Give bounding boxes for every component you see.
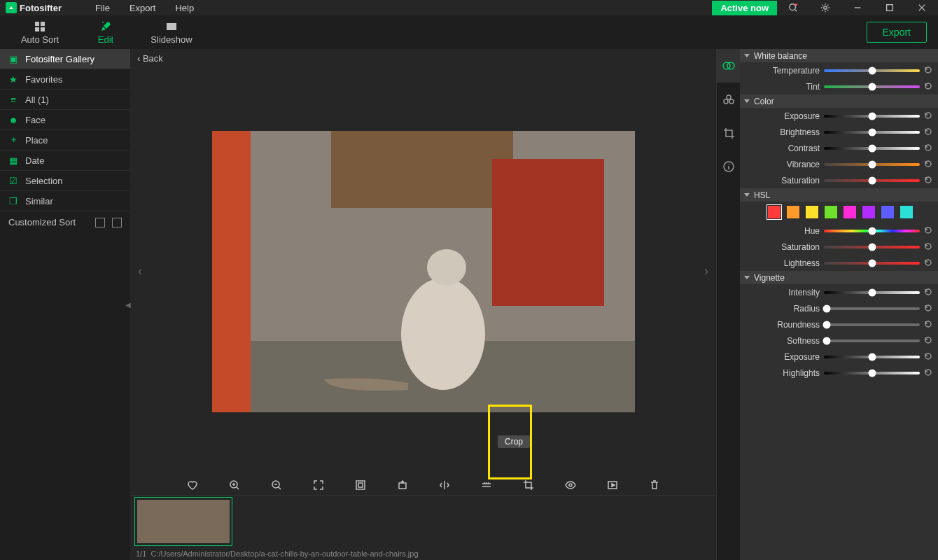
hsl-swatch[interactable]: [900, 206, 913, 218]
contrast-slider[interactable]: [824, 147, 920, 150]
reset-icon[interactable]: [924, 176, 934, 186]
reset-icon[interactable]: [924, 226, 934, 236]
exposure-slider[interactable]: [824, 115, 920, 118]
temperature-slider[interactable]: [824, 69, 920, 72]
new-folder-icon[interactable]: [95, 218, 105, 227]
hsl-saturation-slider[interactable]: [824, 246, 920, 248]
export-button[interactable]: Export: [867, 22, 927, 43]
reset-icon[interactable]: [924, 144, 934, 153]
reset-icon[interactable]: [924, 320, 934, 330]
reset-icon[interactable]: [924, 82, 934, 92]
highlights-slider[interactable]: [824, 372, 920, 374]
flip-button[interactable]: [438, 478, 451, 492]
reset-icon[interactable]: [924, 242, 934, 252]
straighten-button[interactable]: [479, 478, 493, 492]
custom-sort-label: Customized Sort: [8, 217, 76, 227]
svg-rect-5: [41, 22, 45, 26]
preview-button[interactable]: [564, 478, 578, 492]
radius-slider[interactable]: [824, 307, 920, 310]
reset-icon[interactable]: [924, 111, 934, 121]
hsl-swatch[interactable]: [844, 206, 856, 218]
menu-export[interactable]: Export: [130, 3, 156, 13]
hsl-swatches: [740, 202, 938, 223]
lightness-slider[interactable]: [824, 262, 920, 265]
tab-label: Slideshow: [150, 34, 192, 45]
svg-rect-20: [356, 481, 365, 489]
sidebar-item-selection[interactable]: ☑Selection: [0, 171, 130, 191]
reset-icon[interactable]: [924, 258, 934, 268]
reset-icon[interactable]: [924, 288, 934, 298]
sidebar-item-place[interactable]: ⌖Place: [0, 130, 130, 150]
hsl-swatch[interactable]: [806, 206, 818, 218]
sidebar-item-all[interactable]: ≡All (1): [0, 90, 130, 110]
reset-icon[interactable]: [924, 160, 934, 169]
saturation-slider[interactable]: [824, 179, 920, 182]
reset-icon[interactable]: [924, 368, 934, 378]
next-photo-button[interactable]: ›: [699, 261, 713, 282]
sidebar-item-gallery[interactable]: ▣Fotosifter Gallery: [0, 49, 130, 69]
intensity-slider[interactable]: [824, 291, 920, 294]
vtab-adjust[interactable]: [717, 49, 740, 83]
group-white-balance[interactable]: White balance: [740, 49, 938, 62]
reset-icon[interactable]: [924, 336, 934, 346]
active-now-badge[interactable]: Active now: [712, 1, 777, 15]
gear-icon[interactable]: [809, 0, 841, 15]
tint-slider[interactable]: [824, 85, 920, 88]
group-hsl[interactable]: HSL: [740, 188, 938, 202]
hsl-swatch[interactable]: [862, 206, 875, 218]
play-slideshow-button[interactable]: [606, 478, 620, 492]
tab-auto-sort[interactable]: Auto Sort: [7, 20, 73, 45]
hsl-swatch[interactable]: [881, 206, 894, 218]
crop-button[interactable]: [522, 478, 536, 492]
svg-rect-14: [212, 131, 251, 412]
zoom-out-button[interactable]: [270, 478, 284, 492]
tab-edit[interactable]: Edit: [73, 20, 139, 45]
reset-icon[interactable]: [924, 127, 934, 137]
minimize-icon[interactable]: [841, 0, 874, 15]
close-icon[interactable]: [906, 0, 938, 15]
zoom-in-button[interactable]: [227, 478, 241, 492]
fit-button[interactable]: [312, 478, 326, 492]
group-color[interactable]: Color: [740, 94, 938, 108]
svg-rect-4: [35, 22, 39, 26]
group-vignette[interactable]: Vignette: [740, 271, 938, 284]
delete-button[interactable]: [648, 478, 662, 492]
hue-slider[interactable]: [824, 230, 920, 232]
sidebar-item-favorites[interactable]: ★Favorites: [0, 69, 130, 90]
update-icon[interactable]: [777, 0, 809, 15]
brightness-slider[interactable]: [824, 131, 920, 134]
favorite-button[interactable]: [186, 478, 200, 492]
vtab-crop[interactable]: [717, 116, 740, 150]
hsl-swatch[interactable]: [825, 206, 837, 218]
sidebar-item-label: All (1): [25, 94, 49, 105]
maximize-icon[interactable]: [874, 0, 906, 15]
reset-icon[interactable]: [924, 66, 934, 76]
vibrance-slider[interactable]: [824, 163, 920, 166]
thumbnail[interactable]: [134, 497, 232, 546]
sidebar-item-face[interactable]: ☻Face: [0, 110, 130, 130]
rotate-button[interactable]: [396, 478, 410, 492]
roundness-slider[interactable]: [824, 323, 920, 326]
sidebar-item-similar[interactable]: ❐Similar: [0, 191, 130, 211]
softness-slider[interactable]: [824, 340, 920, 342]
back-button[interactable]: ‹ Back: [130, 49, 716, 68]
svg-rect-13: [331, 131, 513, 208]
vignette-exposure-slider[interactable]: [824, 356, 920, 358]
copy-icon: ❐: [8, 196, 18, 206]
collapse-sidebar-handle[interactable]: ◀: [125, 290, 130, 318]
reset-icon[interactable]: [924, 304, 934, 314]
actual-size-button[interactable]: [354, 478, 368, 492]
photo-canvas[interactable]: [212, 131, 635, 412]
hsl-swatch[interactable]: [768, 206, 780, 218]
prev-photo-button[interactable]: ‹: [133, 261, 147, 282]
menu-file[interactable]: File: [95, 3, 110, 13]
svg-rect-6: [35, 27, 39, 31]
hsl-swatch[interactable]: [787, 206, 799, 218]
tab-slideshow[interactable]: Slideshow: [139, 20, 204, 45]
vtab-effects[interactable]: [717, 83, 740, 116]
clear-icon[interactable]: [112, 218, 122, 227]
vtab-info[interactable]: [717, 150, 740, 183]
sidebar-item-date[interactable]: ▦Date: [0, 150, 130, 171]
reset-icon[interactable]: [924, 352, 934, 362]
menu-help[interactable]: Help: [175, 3, 194, 13]
